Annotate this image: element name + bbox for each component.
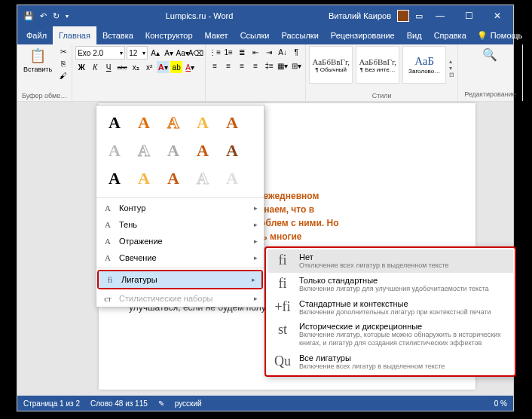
glow-icon: A xyxy=(102,253,113,262)
tab-layout[interactable]: Макет xyxy=(199,26,234,44)
change-case-icon[interactable]: Aa▾ xyxy=(176,47,188,59)
minimize-button[interactable]: — xyxy=(429,5,451,26)
spell-check-icon[interactable]: ✎ xyxy=(158,399,164,408)
ligature-option[interactable]: Qu Все лигатурыВключение всех лигатур в … xyxy=(268,350,513,374)
superscript-button[interactable]: x² xyxy=(143,61,155,73)
paste-button[interactable]: 📋 Вставить xyxy=(20,46,55,90)
style-up-icon[interactable]: ▴ xyxy=(449,58,454,65)
font-size-combo[interactable]: 12▾ xyxy=(127,46,148,60)
tab-review[interactable]: Рецензирование xyxy=(325,26,401,44)
subscript-button[interactable]: x₂ xyxy=(130,61,142,73)
grow-font-icon[interactable]: A▴ xyxy=(149,47,161,59)
effect-preset[interactable]: A xyxy=(189,166,216,191)
tell-me-button[interactable]: 💡 Помощь xyxy=(472,26,527,44)
line-spacing-icon[interactable]: ‡≡ xyxy=(263,60,275,72)
effect-preset[interactable]: A xyxy=(130,110,157,136)
ligature-sample-icon: Qu xyxy=(272,353,293,369)
effect-preset[interactable]: A xyxy=(160,138,187,164)
font-color-button[interactable]: A▾ xyxy=(184,61,196,73)
find-icon[interactable]: 🔍 xyxy=(482,47,497,62)
undo-icon[interactable]: ↶ xyxy=(40,11,47,21)
page-indicator[interactable]: Страница 1 из 2 xyxy=(23,399,80,408)
strike-button[interactable]: abc xyxy=(116,61,128,73)
autosave-icon[interactable]: 💾 xyxy=(23,11,34,21)
effect-preset[interactable]: A xyxy=(101,138,128,164)
ligature-option[interactable]: fi НетОтключение всех лигатур в выделенн… xyxy=(268,249,513,273)
glow-menu-item[interactable]: AСвечение▸ xyxy=(96,249,264,266)
outline-icon: A xyxy=(102,203,113,213)
effect-preset[interactable]: A xyxy=(189,110,216,136)
effect-preset[interactable]: A xyxy=(101,166,128,191)
close-button[interactable]: ✕ xyxy=(486,5,509,26)
effect-preset[interactable]: A xyxy=(160,110,187,136)
paragraph-group: ⋮≡ 1≡ ≣ ⇤ ⇥ A↓ ¶ ≡ ≡ ≡ ≡ ‡≡ ▦▾ ⊞▾ xyxy=(206,44,306,101)
align-left-icon[interactable]: ≡ xyxy=(209,60,221,72)
copy-icon[interactable]: ⎘ xyxy=(58,58,69,69)
tab-mailings[interactable]: Рассылки xyxy=(275,26,324,44)
bullets-icon[interactable]: ⋮≡ xyxy=(209,46,221,58)
show-marks-icon[interactable]: ¶ xyxy=(290,46,302,58)
numbering-icon[interactable]: 1≡ xyxy=(222,46,234,58)
multilevel-icon[interactable]: ≣ xyxy=(236,46,248,58)
sort-icon[interactable]: A↓ xyxy=(277,46,289,58)
style-down-icon[interactable]: ▾ xyxy=(449,65,454,72)
tab-view[interactable]: Вид xyxy=(401,26,428,44)
ribbon-options-icon[interactable]: ▭ xyxy=(415,11,423,21)
redo-icon[interactable]: ↻ xyxy=(53,11,60,21)
underline-button[interactable]: Ч xyxy=(102,61,115,73)
shading-icon[interactable]: ▦▾ xyxy=(277,60,289,72)
ligature-option[interactable]: +fi Стандартные и контекстныеВключение д… xyxy=(268,296,513,320)
ligature-option[interactable]: fi Только стандартныеВключение лигатур д… xyxy=(268,273,513,296)
effect-preset[interactable]: A xyxy=(189,138,216,164)
effect-preset[interactable]: A xyxy=(219,138,246,164)
italic-button[interactable]: К xyxy=(89,61,101,73)
tab-file[interactable]: Файл xyxy=(20,26,53,44)
window-title: Lumpics.ru - Word xyxy=(166,11,234,20)
user-avatar[interactable] xyxy=(397,10,409,22)
font-name-combo[interactable]: Exo 2.0▾ xyxy=(75,46,125,60)
highlight-button[interactable]: ab xyxy=(170,61,182,73)
word-count[interactable]: Слово 48 из 115 xyxy=(90,399,148,408)
borders-icon[interactable]: ⊞▾ xyxy=(290,60,302,72)
style-no-spacing[interactable]: АаБбВвГг,¶ Без инте… xyxy=(356,46,399,84)
tab-references[interactable]: Ссылки xyxy=(234,26,276,44)
style-gallery-icon[interactable]: ⊟ xyxy=(449,72,454,78)
ligature-option[interactable]: st Исторические и дискреционныеВключение… xyxy=(268,319,513,350)
clipboard-label: Буфер обме… xyxy=(20,92,69,99)
share-button[interactable]: 👤 Поделиться xyxy=(527,26,532,44)
text-effects-button[interactable]: A▾ xyxy=(157,61,169,73)
effect-preset[interactable]: A xyxy=(160,166,187,191)
ligatures-menu-item[interactable]: fiЛигатуры▸ xyxy=(99,271,261,288)
status-bar: Страница 1 из 2 Слово 48 из 115 ✎ русски… xyxy=(17,396,513,411)
style-heading[interactable]: АаБЗаголово… xyxy=(402,46,446,84)
cut-icon[interactable]: ✂ xyxy=(58,46,69,57)
bold-button[interactable]: Ж xyxy=(75,61,87,73)
clear-format-icon[interactable]: A⌫ xyxy=(190,47,202,59)
maximize-button[interactable]: ☐ xyxy=(457,5,480,26)
tab-insert[interactable]: Вставка xyxy=(96,26,139,44)
style-normal[interactable]: АаБбВвГг,¶ Обычный xyxy=(309,46,353,84)
effect-preset[interactable]: A xyxy=(219,166,246,191)
justify-icon[interactable]: ≡ xyxy=(249,60,261,72)
outline-menu-item[interactable]: AКонтур▸ xyxy=(96,200,264,216)
qat-dropdown-icon[interactable]: ▾ xyxy=(66,13,69,20)
tab-design[interactable]: Конструктор xyxy=(139,26,199,44)
shadow-menu-item[interactable]: AТень▸ xyxy=(96,216,264,233)
effect-preset[interactable]: A xyxy=(130,166,157,191)
effect-preset[interactable]: A xyxy=(101,110,128,136)
language-indicator[interactable]: русский xyxy=(175,399,202,408)
format-painter-icon[interactable]: 🖌 xyxy=(58,70,69,81)
decrease-indent-icon[interactable]: ⇤ xyxy=(249,46,261,58)
tab-help[interactable]: Справка xyxy=(428,26,472,44)
effect-preset[interactable]: A xyxy=(130,138,157,164)
reflection-menu-item[interactable]: AОтражение▸ xyxy=(96,233,264,249)
increase-indent-icon[interactable]: ⇥ xyxy=(263,46,275,58)
stylistic-sets-menu-item[interactable]: стСтилистические наборы▸ xyxy=(96,290,264,307)
align-right-icon[interactable]: ≡ xyxy=(236,60,248,72)
app-window: 💾 ↶ ↻ ▾ Lumpics.ru - Word Виталий Каиров… xyxy=(17,5,514,411)
zoom-level[interactable]: 0 % xyxy=(494,399,507,408)
tab-home[interactable]: Главная xyxy=(53,26,96,44)
shrink-font-icon[interactable]: A▾ xyxy=(163,47,175,59)
effect-preset[interactable]: A xyxy=(219,110,246,136)
align-center-icon[interactable]: ≡ xyxy=(222,60,234,72)
